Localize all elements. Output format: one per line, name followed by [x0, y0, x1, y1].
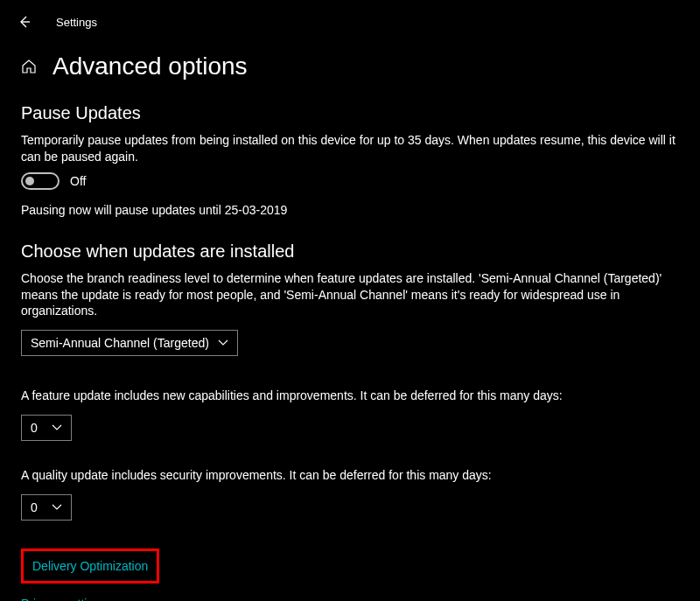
back-button[interactable]	[18, 15, 32, 29]
branch-readiness-dropdown[interactable]: Semi-Annual Channel (Targeted)	[21, 330, 238, 356]
home-icon[interactable]	[21, 59, 37, 74]
choose-heading: Choose when updates are installed	[21, 241, 679, 262]
pause-toggle-label: Off	[70, 174, 86, 188]
pause-toggle[interactable]	[21, 172, 60, 190]
pause-updates-heading: Pause Updates	[21, 103, 679, 123]
chevron-down-icon	[52, 424, 62, 431]
app-title: Settings	[56, 16, 97, 29]
feature-defer-value: 0	[31, 421, 38, 435]
chevron-down-icon	[52, 504, 62, 511]
toggle-knob	[25, 177, 34, 185]
quality-defer-dropdown[interactable]: 0	[21, 494, 72, 521]
quality-defer-value: 0	[31, 500, 38, 514]
quality-update-text: A quality update includes security impro…	[21, 467, 679, 484]
feature-defer-dropdown[interactable]: 0	[21, 415, 72, 441]
privacy-settings-link[interactable]: Privacy settings	[21, 597, 107, 601]
pause-note: Pausing now will pause updates until 25-…	[21, 202, 679, 219]
delivery-optimization-link[interactable]: Delivery Optimization	[32, 559, 148, 573]
branch-selected-value: Semi-Annual Channel (Targeted)	[31, 336, 209, 350]
feature-update-text: A feature update includes new capabiliti…	[21, 388, 679, 404]
highlight-box: Delivery Optimization	[21, 549, 159, 584]
choose-description: Choose the branch readiness level to det…	[21, 270, 679, 320]
page-title: Advanced options	[52, 52, 248, 80]
pause-description: Temporarily pause updates from being ins…	[21, 132, 679, 165]
chevron-down-icon	[218, 339, 228, 346]
